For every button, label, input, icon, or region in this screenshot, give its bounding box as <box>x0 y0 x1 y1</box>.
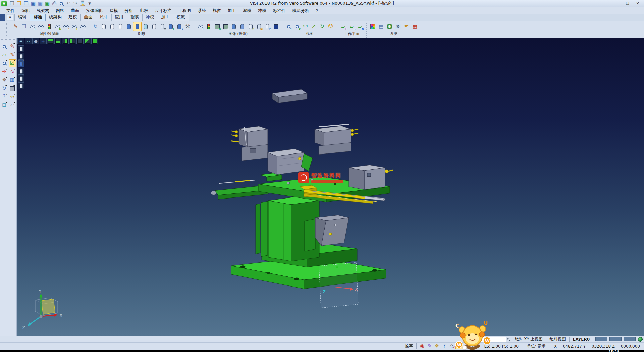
menu-item-standard-parts[interactable]: 标准件 <box>270 8 289 14</box>
absolute-view-indicator[interactable]: 绝对视图 <box>546 336 569 342</box>
grid-window-icon[interactable]: ▦ <box>9 76 16 84</box>
tab-moldflow[interactable]: 模流 <box>173 14 189 21</box>
zoom-actual-icon[interactable]: 1:1 <box>301 22 310 31</box>
menu-item-dimension[interactable]: 尺寸标注 <box>152 8 175 14</box>
maximize-button[interactable]: ❐ <box>623 1 633 7</box>
layer-slot-6-icon[interactable] <box>18 82 24 89</box>
menu-item-wireframe[interactable]: 线架构 <box>34 8 52 14</box>
pick-settings-icon[interactable]: ☛ <box>402 22 411 31</box>
quick-access-dropdown[interactable]: ▾ <box>86 1 93 7</box>
layer-filled-icon[interactable] <box>125 22 133 31</box>
menu-item-analysis[interactable]: 分析 <box>122 8 136 14</box>
regen-display-icon[interactable]: ↻ <box>91 22 100 31</box>
menu-item-edit[interactable]: 编辑 <box>18 8 33 14</box>
session-timer-icon[interactable]: ⌛ <box>79 1 86 7</box>
solids-toggle-icon[interactable]: ± <box>221 22 230 31</box>
selection-wand-icon[interactable]: ✎ <box>426 343 433 349</box>
workplane-axis-icon[interactable]: ✛ <box>40 38 47 44</box>
search-icon[interactable] <box>507 338 509 340</box>
zoom-extents-icon[interactable]: ✥ <box>293 22 301 31</box>
layer-verified-icon[interactable]: ✓ <box>247 22 255 31</box>
viewport-3d[interactable]: X Z Y X Z <box>17 38 644 336</box>
render-sphere-icon[interactable]: ● <box>32 38 39 44</box>
layer-slot-2-icon[interactable] <box>18 53 24 60</box>
tab-modeling[interactable]: 建模 <box>65 14 81 21</box>
ucs-workplane-icon[interactable]: ✛ <box>1 68 8 76</box>
grid-display-icon[interactable]: ▦ <box>411 22 419 31</box>
menu-item-mesh[interactable]: 网格 <box>53 8 67 14</box>
menu-item-machining[interactable]: 加工 <box>225 8 239 14</box>
menu-item-surface[interactable]: 曲面 <box>68 8 83 14</box>
menu-item-solid-edit[interactable]: 实体编辑 <box>83 8 106 14</box>
layer-move-icon[interactable]: → <box>175 22 183 31</box>
tab-mold[interactable]: 塑膜 <box>127 14 143 21</box>
zoom-element-icon[interactable]: ± <box>1 59 8 67</box>
system-settings-icon[interactable]: ⚙ <box>385 22 394 31</box>
top-view-icon[interactable] <box>47 38 54 44</box>
menu-item-drafting[interactable]: 工程图 <box>175 8 194 14</box>
network-globe-icon[interactable] <box>638 337 643 342</box>
shading-mode-icon[interactable]: ▱ <box>25 38 32 44</box>
context-help-icon[interactable]: ? <box>441 343 448 349</box>
solids-regen-icon[interactable]: ↻ <box>213 22 221 31</box>
layer-dashed-icon[interactable] <box>230 22 238 31</box>
delete-trash-icon[interactable]: ⊟ <box>1 101 8 109</box>
tab-machining[interactable]: 加工 <box>158 14 173 21</box>
import-file-icon[interactable]: ❒ <box>23 1 30 7</box>
open-folder-icon[interactable]: ❒ <box>16 1 22 7</box>
layer-outline-3-icon[interactable] <box>116 22 125 31</box>
regenerate-icon[interactable]: ↻ <box>1 85 8 92</box>
left-view-icon[interactable] <box>69 38 76 44</box>
front-view-icon[interactable] <box>54 38 61 44</box>
system-report-icon[interactable]: ▤ <box>377 22 385 31</box>
visibility-toggle-icon[interactable]: ± <box>62 22 70 31</box>
advanced-filter-icon[interactable] <box>205 22 213 31</box>
validate-check-icon[interactable]: ☑ <box>9 59 16 67</box>
visibility-add-icon[interactable]: + <box>70 22 78 31</box>
view-mode-indicator[interactable]: 绝对 XY 上视图 <box>512 336 546 342</box>
layer-slot-5-icon[interactable] <box>18 75 24 82</box>
undo-icon[interactable]: ↶ <box>65 1 72 7</box>
save-all-icon[interactable]: ▣ <box>44 1 51 7</box>
layer-texture-icon[interactable]: ▣ <box>255 22 263 31</box>
dynamic-view-icon[interactable]: ☺ <box>326 22 335 31</box>
toolbar-drag-handle[interactable] <box>6 23 8 36</box>
display-tools-icon[interactable]: ⚒ <box>183 22 192 31</box>
layer-slot-active-icon[interactable] <box>18 60 24 67</box>
lock-record-icon[interactable]: ◉ <box>419 343 426 349</box>
menu-item-help[interactable]: ? <box>313 8 321 14</box>
layer-striped-icon[interactable] <box>238 22 247 31</box>
viewport-menu-icon[interactable]: ≡ <box>17 38 24 44</box>
sidebar-drag-handle[interactable] <box>1 39 15 41</box>
tab-dimension[interactable]: 尺寸 <box>96 14 112 21</box>
visibility-refresh-icon[interactable]: ↻ <box>53 22 62 31</box>
rotate-view-icon[interactable]: ↻ <box>318 22 326 31</box>
selection-options-icon[interactable] <box>1 43 8 50</box>
menu-item-window[interactable]: 视窗 <box>210 8 224 14</box>
save-icon[interactable]: ▣ <box>30 1 37 7</box>
visibility-subtract-icon[interactable]: − <box>78 22 87 31</box>
tab-surface[interactable]: 曲面 <box>80 14 96 21</box>
layer-wire-icon[interactable]: ≡ <box>158 22 167 31</box>
color-table-icon[interactable] <box>369 22 377 31</box>
tab-wireframe[interactable]: 线架构 <box>45 14 65 21</box>
show-entities-icon[interactable]: + <box>28 22 37 31</box>
erase-sketch-icon[interactable]: ✎ <box>9 43 16 50</box>
shaded-display-icon[interactable] <box>272 22 280 31</box>
menu-item-stamping[interactable]: 冲模 <box>255 8 269 14</box>
help-icon[interactable]: ? <box>1 93 8 101</box>
close-button[interactable]: ✕ <box>633 1 643 7</box>
back-view-icon[interactable] <box>76 38 84 44</box>
print-preview-icon[interactable] <box>58 1 65 7</box>
layer-outline-2-icon[interactable] <box>108 22 116 31</box>
layer-slot-1-icon[interactable] <box>18 45 24 52</box>
print-icon[interactable]: ⎙ <box>51 1 58 7</box>
zoom-window-icon[interactable]: + <box>284 22 293 31</box>
layer-mesh-icon[interactable]: ≋ <box>263 22 272 31</box>
attributes-library-icon[interactable]: ❖ <box>1 76 8 84</box>
model-canvas[interactable]: X Z Y X Z <box>17 38 644 336</box>
filter-traffic-icon[interactable] <box>45 22 53 31</box>
menu-item-system[interactable]: 系统 <box>195 8 209 14</box>
menu-item-modeling[interactable]: 建模 <box>107 8 121 14</box>
layer-outline-1-icon[interactable] <box>100 22 108 31</box>
